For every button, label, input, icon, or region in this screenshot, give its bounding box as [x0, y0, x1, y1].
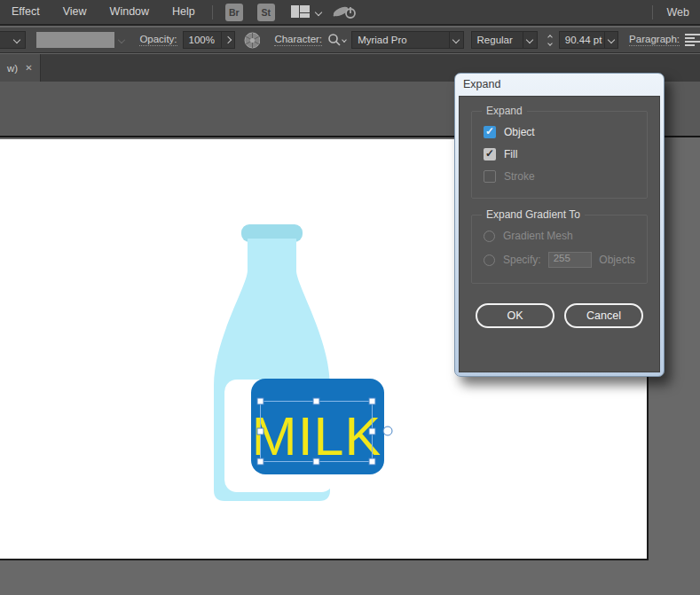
specify-label: Specify:	[503, 254, 541, 266]
gradient-mesh-radio-disabled	[484, 231, 495, 242]
character-label[interactable]: Character:	[274, 34, 322, 46]
stroke-checkbox-label: Stroke	[504, 170, 535, 183]
font-size-stepper[interactable]	[545, 31, 556, 49]
workspace-pane-top	[300, 5, 310, 12]
control-bar: Opacity: 100% Character: Myriad Pro Regu…	[0, 27, 700, 53]
menu-effect[interactable]: Effect	[0, 0, 51, 25]
stroke-checkbox-disabled	[484, 170, 496, 183]
font-search-icon[interactable]	[327, 33, 341, 47]
align-bar	[685, 37, 695, 39]
document-tab-label: w)	[7, 63, 18, 74]
variable-width-dropdown[interactable]	[0, 31, 26, 49]
objects-label: Objects	[599, 254, 635, 266]
menu-view[interactable]: View	[51, 0, 98, 25]
stock-icon[interactable]: St	[257, 4, 275, 21]
chevron-down-icon	[452, 36, 460, 43]
dialog-button-row: OK Cancel	[471, 303, 648, 328]
specify-radio-disabled	[484, 254, 495, 266]
ok-button[interactable]: OK	[476, 303, 554, 328]
fill-checkbox-label: Fill	[504, 148, 517, 160]
align-left-icon[interactable]	[685, 34, 700, 46]
milk-text[interactable]: MILK	[252, 406, 381, 466]
illustrator-window: Effect View Window Help Br St Web Op	[0, 0, 700, 595]
workspace-pane-left	[291, 5, 299, 18]
gradient-group-label: Expand Gradient To	[482, 208, 585, 221]
align-bar	[685, 44, 695, 46]
chevron-down-icon	[13, 36, 20, 43]
object-checkbox-label: Object	[504, 126, 535, 138]
rotate-handle[interactable]	[383, 427, 392, 435]
opacity-menu-button[interactable]	[222, 31, 235, 49]
chevron-down-icon	[547, 41, 553, 46]
chevron-right-icon	[224, 36, 232, 43]
menu-window[interactable]: Window	[98, 0, 161, 25]
align-bar	[685, 34, 700, 35]
document-tab[interactable]: w) ✕	[0, 54, 41, 82]
cancel-button[interactable]: Cancel	[564, 303, 643, 328]
expand-dialog: Expand Expand Object Fill Stroke Expand	[454, 73, 665, 377]
gpu-rocket-icon[interactable]	[332, 4, 358, 21]
menubar-separator	[212, 5, 213, 20]
bridge-icon[interactable]: Br	[225, 4, 243, 21]
specify-input-disabled: 255	[548, 252, 593, 268]
workspace-switcher[interactable]: Web	[658, 6, 700, 19]
chevron-down-icon[interactable]	[117, 36, 124, 43]
gradient-mesh-row: Gradient Mesh	[484, 230, 635, 242]
chevron-up-icon	[547, 35, 553, 40]
chevron-down-icon[interactable]	[342, 37, 347, 43]
font-family-select[interactable]: Myriad Pro	[351, 31, 450, 49]
align-bar	[685, 41, 700, 43]
chevron-down-icon[interactable]	[315, 8, 322, 15]
dialog-title[interactable]: Expand	[459, 74, 660, 96]
object-option-row[interactable]: Object	[484, 126, 635, 138]
gradient-mesh-label: Gradient Mesh	[503, 230, 573, 242]
dialog-body: Expand Object Fill Stroke Expand Gradien…	[459, 96, 660, 372]
font-size-chevron[interactable]	[605, 31, 618, 49]
recolor-artwork-icon[interactable]	[244, 32, 260, 49]
stroke-option-row: Stroke	[484, 170, 635, 183]
menubar-right-separator	[652, 5, 653, 20]
menu-help[interactable]: Help	[161, 0, 207, 25]
close-icon[interactable]: ✕	[25, 63, 32, 73]
fill-checkbox-checked[interactable]	[484, 148, 496, 160]
fill-option-row[interactable]: Fill	[484, 148, 635, 160]
chevron-down-icon	[526, 36, 533, 43]
menu-bar: Effect View Window Help Br St Web	[0, 0, 700, 26]
font-family-chevron[interactable]	[450, 31, 463, 49]
brush-style-swatch[interactable]	[36, 32, 114, 48]
opacity-label[interactable]: Opacity:	[139, 34, 177, 46]
specify-row: Specify: 255 Objects	[484, 252, 635, 268]
workspace-layout-icon[interactable]	[291, 5, 311, 19]
chevron-down-icon	[608, 36, 615, 43]
font-style-chevron[interactable]	[523, 31, 537, 49]
paragraph-label[interactable]: Paragraph:	[629, 34, 680, 46]
expand-group-label: Expand	[482, 105, 527, 117]
expand-options-group: Expand Object Fill Stroke	[471, 111, 648, 199]
opacity-input[interactable]: 100%	[183, 31, 222, 49]
gradient-options-group: Expand Gradient To Gradient Mesh Specify…	[471, 215, 648, 284]
object-checkbox-checked[interactable]	[484, 126, 496, 138]
font-size-input[interactable]: 90.44 pt	[559, 31, 605, 49]
workspace-pane-bottom	[300, 13, 310, 18]
font-style-select[interactable]: Regular	[471, 31, 524, 49]
